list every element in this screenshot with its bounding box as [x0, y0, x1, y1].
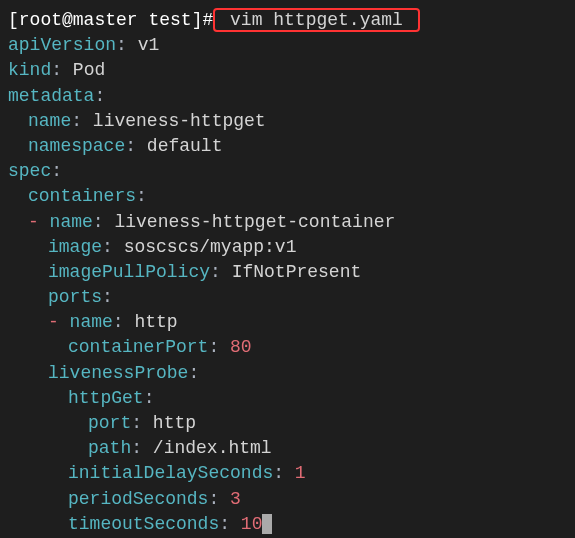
- yaml-line: kind: Pod: [8, 58, 567, 83]
- yaml-line: path: /index.html: [8, 436, 567, 461]
- yaml-line: metadata:: [8, 84, 567, 109]
- yaml-line: timeoutSeconds: 10: [8, 512, 567, 537]
- yaml-line: - name: liveness-httpget-container: [8, 210, 567, 235]
- command-highlight-box: vim httpget.yaml: [213, 8, 419, 32]
- yaml-line: ports:: [8, 285, 567, 310]
- yaml-line: livenessProbe:: [8, 361, 567, 386]
- yaml-line: imagePullPolicy: IfNotPresent: [8, 260, 567, 285]
- yaml-line: name: liveness-httpget: [8, 109, 567, 134]
- yaml-line: apiVersion: v1: [8, 33, 567, 58]
- yaml-line: initialDelaySeconds: 1: [8, 461, 567, 486]
- prompt-line: [root@master test]# vim httpget.yaml: [8, 8, 567, 33]
- shell-prompt: [root@master test]#: [8, 10, 213, 30]
- cursor: [262, 514, 272, 534]
- terminal-editor[interactable]: [root@master test]# vim httpget.yaml api…: [8, 8, 567, 538]
- yaml-line: - name: http: [8, 310, 567, 335]
- yaml-line: port: http: [8, 411, 567, 436]
- yaml-line: spec:: [8, 159, 567, 184]
- yaml-line: containers:: [8, 184, 567, 209]
- yaml-line: image: soscscs/myapp:v1: [8, 235, 567, 260]
- yaml-line: containerPort: 80: [8, 335, 567, 360]
- yaml-line: httpGet:: [8, 386, 567, 411]
- yaml-line: periodSeconds: 3: [8, 487, 567, 512]
- yaml-line: namespace: default: [8, 134, 567, 159]
